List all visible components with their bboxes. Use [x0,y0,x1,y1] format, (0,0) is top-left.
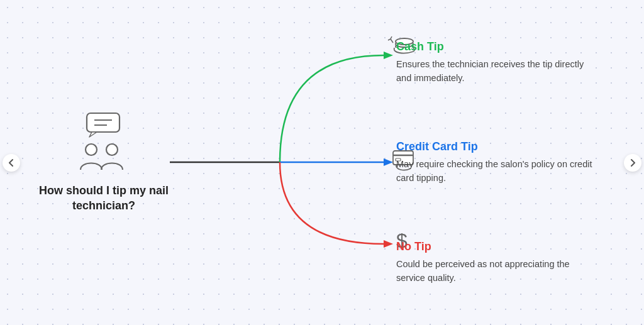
cash-tip-block: Cash Tip Ensures the technician receives… [396,13,635,113]
left-section: How should I tip my nail technician? [0,112,189,214]
notip-desc: Could be perceived as not appreciating t… [396,257,597,285]
svg-rect-0 [87,113,119,132]
cash-tip-desc: Ensures the technician receives the tip … [396,57,597,85]
notip-title: No Tip [396,240,635,253]
right-section: Cash Tip Ensures the technician receives… [390,0,641,325]
svg-point-4 [106,144,118,155]
cash-tip-label: Cash Tip [396,40,444,53]
question-text: How should I tip my nail technician? [19,183,189,214]
people-icon [69,112,138,174]
nav-right-button[interactable] [624,154,641,172]
credit-tip-label: Credit Card Tip [396,140,478,153]
credit-tip-desc: May require checking the salon's policy … [396,157,597,185]
notip-block: No Tip Could be perceived as not appreci… [396,212,635,312]
cash-tip-title: Cash Tip [396,40,635,53]
main-container: How should I tip my nail technician? [0,0,644,325]
svg-point-3 [86,144,97,155]
credit-tip-title: Credit Card Tip [396,140,635,153]
nav-left-button[interactable] [3,154,20,172]
credit-tip-block: Credit Card Tip May require checking the… [396,113,635,212]
notip-label: No Tip [396,240,431,253]
